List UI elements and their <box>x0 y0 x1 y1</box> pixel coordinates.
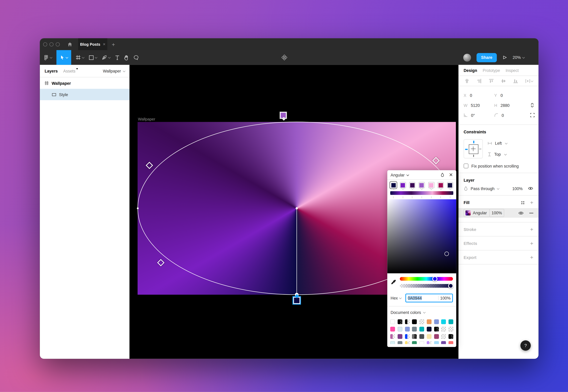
alpha-slider-handle[interactable] <box>448 283 453 289</box>
layer-row-wallpaper[interactable]: Wallpaper <box>40 77 129 89</box>
home-icon[interactable] <box>64 38 75 50</box>
opacity-input[interactable]: 100% <box>438 296 452 300</box>
gradient-stop-swatch[interactable] <box>400 182 406 188</box>
tab-blog-posts[interactable]: Blog Posts × <box>78 38 107 50</box>
align-right-icon[interactable] <box>477 78 482 84</box>
document-color-swatch[interactable] <box>390 327 395 332</box>
document-color-swatch[interactable] <box>448 319 453 324</box>
add-stroke-icon[interactable]: + <box>530 228 533 231</box>
document-color-swatch[interactable] <box>441 341 446 344</box>
fill-opacity-field[interactable]: 100% <box>489 209 504 217</box>
frame-label[interactable]: Wallpaper <box>138 117 155 121</box>
hue-slider-handle[interactable] <box>432 276 437 281</box>
document-color-swatch[interactable] <box>427 319 432 324</box>
blend-mode-select[interactable]: Pass through <box>471 186 494 191</box>
document-colors-toggle[interactable]: Document colors <box>387 307 456 315</box>
document-color-swatch[interactable] <box>419 334 424 339</box>
fill-type-button[interactable]: Angular <box>463 209 490 217</box>
document-color-swatch[interactable] <box>441 327 446 332</box>
document-color-swatch[interactable] <box>412 334 417 339</box>
tab-design[interactable]: Design <box>463 68 477 72</box>
gradient-stop-swatch[interactable] <box>447 182 453 188</box>
gradient-stop-swatch[interactable] <box>437 182 444 188</box>
close-window-button[interactable] <box>43 42 47 46</box>
document-color-swatch[interactable] <box>441 319 446 324</box>
zoom-level-control[interactable]: 20% <box>513 55 525 60</box>
document-color-swatch[interactable] <box>427 327 432 332</box>
document-color-swatch[interactable] <box>441 334 446 339</box>
main-menu-button[interactable] <box>44 50 52 65</box>
document-color-swatch[interactable] <box>412 327 417 332</box>
document-color-swatch[interactable] <box>398 319 402 324</box>
horizontal-constraint-select[interactable]: Left <box>488 141 508 145</box>
maximize-window-button[interactable] <box>56 42 60 46</box>
layer-opacity-field[interactable]: 100% <box>512 186 523 191</box>
add-effect-icon[interactable]: + <box>530 242 533 245</box>
fill-row[interactable]: Angular 100% <box>458 208 538 218</box>
height-field[interactable]: H2880 <box>494 103 527 107</box>
text-tool-button[interactable] <box>115 50 120 65</box>
distribute-spacing-button[interactable] <box>525 78 533 84</box>
close-tab-icon[interactable]: × <box>103 42 105 47</box>
document-color-swatch[interactable] <box>448 341 453 344</box>
layer-row-style[interactable]: Style <box>40 89 129 100</box>
tab-assets[interactable]: Assets <box>63 69 75 73</box>
remove-fill-icon[interactable] <box>529 212 533 213</box>
document-color-swatch[interactable] <box>427 334 432 339</box>
document-color-swatch[interactable] <box>419 341 424 344</box>
document-color-swatch[interactable] <box>405 327 410 332</box>
gradient-stop-swatch[interactable] <box>390 182 396 188</box>
constrain-proportions-icon[interactable] <box>530 102 535 108</box>
share-button[interactable]: Share <box>477 53 497 62</box>
shape-tool-button[interactable] <box>89 50 97 65</box>
layer-visibility-toggle[interactable] <box>528 186 533 190</box>
avatar[interactable] <box>463 54 471 61</box>
align-top-icon[interactable] <box>489 78 494 84</box>
present-button[interactable] <box>502 50 507 65</box>
document-color-swatch[interactable] <box>419 319 424 324</box>
close-icon[interactable]: ✕ <box>449 172 453 178</box>
pen-tool-button[interactable] <box>102 50 111 65</box>
add-fill-icon[interactable]: + <box>530 201 533 204</box>
color-format-select[interactable]: Hex <box>390 296 398 300</box>
hue-slider[interactable] <box>400 277 453 280</box>
document-color-swatch[interactable] <box>434 327 439 332</box>
minimize-window-button[interactable] <box>49 42 54 46</box>
document-color-swatch[interactable] <box>448 334 453 339</box>
left-constraint-tick[interactable] <box>465 149 468 150</box>
right-constraint-tick[interactable] <box>479 149 481 149</box>
fill-styles-icon[interactable] <box>521 200 525 205</box>
align-horizontal-centers-icon[interactable] <box>464 78 469 84</box>
hand-tool-button[interactable] <box>124 50 129 65</box>
bottom-constraint-tick[interactable] <box>473 155 474 157</box>
gradient-stop-swatch[interactable] <box>428 182 434 188</box>
document-color-swatch[interactable] <box>405 319 410 324</box>
saturation-value-square[interactable] <box>387 199 456 273</box>
vertical-constraint-select[interactable]: Top <box>488 152 508 156</box>
blend-mode-icon[interactable] <box>440 172 445 177</box>
document-color-swatch[interactable] <box>419 327 424 332</box>
fix-position-checkbox[interactable] <box>463 164 468 168</box>
document-color-swatch[interactable] <box>398 327 402 332</box>
gradient-stop-swatch[interactable] <box>419 182 425 188</box>
document-color-swatch[interactable] <box>390 334 395 339</box>
document-color-swatch[interactable] <box>427 341 432 344</box>
eyedropper-icon[interactable] <box>390 277 396 288</box>
tab-layers[interactable]: Layers <box>45 69 58 73</box>
fill-visibility-toggle[interactable] <box>518 211 524 215</box>
frame-tool-button[interactable] <box>76 50 84 65</box>
document-color-swatch[interactable] <box>398 334 402 339</box>
document-color-swatch[interactable] <box>434 319 439 324</box>
clip-content-icon[interactable] <box>530 113 535 118</box>
gradient-strip[interactable] <box>390 191 453 195</box>
align-vertical-centers-icon[interactable] <box>501 78 506 84</box>
y-position-field[interactable]: Y0 <box>494 93 527 98</box>
gradient-stop-handle-selected[interactable] <box>293 297 300 304</box>
rotation-field[interactable]: 0° <box>463 113 494 117</box>
gradient-stop-handle[interactable] <box>280 112 286 119</box>
page-selector[interactable]: Wallpaper <box>103 69 125 73</box>
comment-tool-button[interactable] <box>134 50 139 65</box>
tab-inspect[interactable]: Inspect <box>506 68 519 72</box>
color-selector-ring[interactable] <box>445 252 449 256</box>
tab-prototype[interactable]: Prototype <box>483 68 500 72</box>
